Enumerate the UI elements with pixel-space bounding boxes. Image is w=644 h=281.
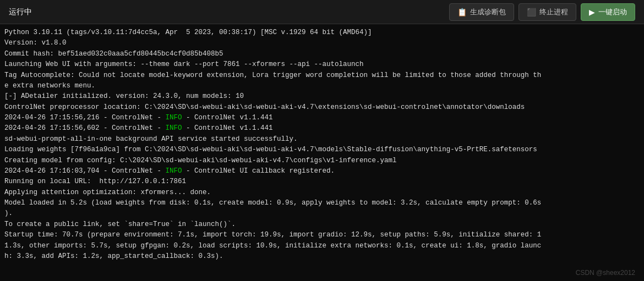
console-line: e extra networks menu. [4, 81, 640, 91]
running-status: 运行中 [9, 7, 445, 17]
watermark: CSDN @sheex2012 [576, 269, 635, 277]
console-line: Running on local URL: http://127.0.0.1:7… [4, 177, 640, 187]
console-line: 2024-04-26 17:15:56,602 - ControlNet - I… [4, 123, 640, 134]
console-line: Model loaded in 5.2s (load weights from … [4, 198, 640, 208]
console-line: 2024-04-26 17:15:56,216 - ControlNet - I… [4, 113, 640, 123]
console-line: To create a public link, set `share=True… [4, 219, 640, 230]
console-line: ControlNet preprocessor location: C:\202… [4, 102, 640, 113]
console-line: Commit hash: bef51aed032c0aaa5cfd80445bc… [4, 49, 640, 59]
start-label: 一键启动 [598, 7, 627, 17]
console-line: h: 3.3s, add APIs: 1.2s, app_started_cal… [4, 251, 640, 262]
header-bar: 运行中 📋 生成诊断包 ⬛ 终止进程 ▶ 一键启动 [0, 0, 644, 24]
console-line: Launching Web UI with arguments: --theme… [4, 59, 640, 70]
console-line: [-] ADetailer initialized. version: 24.3… [4, 91, 640, 102]
console-line: sd-webui-prompt-all-in-one background AP… [4, 134, 640, 145]
start-button[interactable]: ▶ 一键启动 [581, 3, 635, 21]
play-icon: ▶ [589, 8, 595, 16]
console-line: 2024-04-26 17:16:03,704 - ControlNet - I… [4, 166, 640, 177]
console-output: Python 3.10.11 (tags/v3.10.11:7d4cc5a, A… [0, 24, 644, 281]
diag-button[interactable]: 📋 生成诊断包 [449, 3, 514, 21]
console-line: Creating model from config: C:\2024\SD\s… [4, 156, 640, 166]
console-line: Python 3.10.11 (tags/v3.10.11:7d4cc5a, A… [4, 27, 640, 38]
stop-icon: ⬛ [527, 8, 536, 16]
diag-label: 生成诊断包 [470, 7, 506, 17]
console-line: 1.3s, other imports: 5.7s, setup gfpgan:… [4, 241, 640, 251]
stop-button[interactable]: ⬛ 终止进程 [519, 3, 576, 21]
console-line: Applying attention optimization: xformer… [4, 188, 640, 198]
console-line: Loading weights [7f96a1a9ca] from C:\202… [4, 145, 640, 155]
console-line: Tag Autocomplete: Could not locate model… [4, 70, 640, 81]
console-line: Startup time: 70.7s (prepare environment… [4, 230, 640, 240]
console-line: Version: v1.8.0 [4, 38, 640, 48]
console-line: ). [4, 208, 640, 219]
stop-label: 终止进程 [539, 7, 568, 17]
diag-icon: 📋 [457, 8, 467, 16]
